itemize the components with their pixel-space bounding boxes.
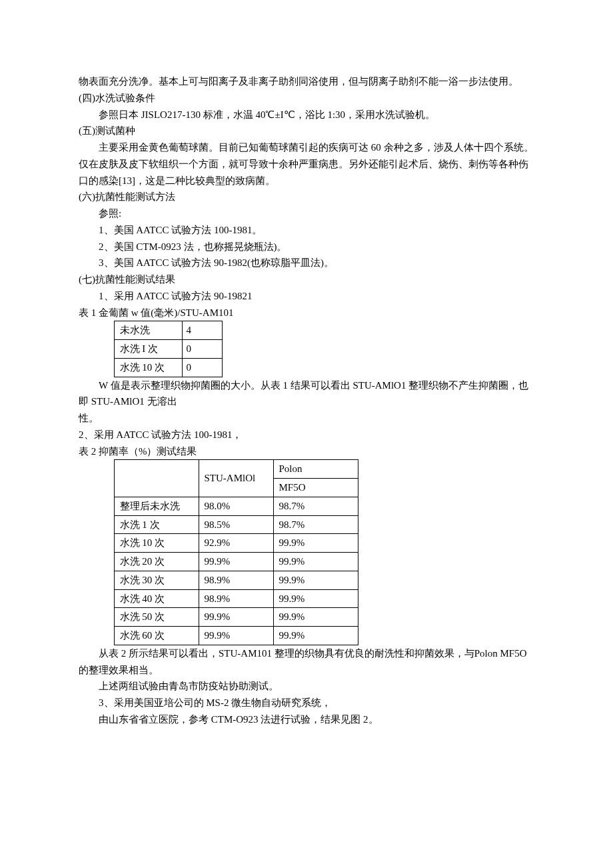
table-cell — [114, 460, 199, 497]
table-cell: Polon — [273, 460, 358, 479]
table-cell: 水洗 1 次 — [114, 515, 199, 534]
table-row: 水洗 1 次 98.5% 98.7% — [114, 515, 358, 534]
table-row: 水洗 60 次 99.9% 99.9% — [114, 627, 358, 645]
list-item: 1、美国 AATCC 试验方法 100-1981。 — [79, 222, 534, 239]
table-row: 水洗 10 次 0 — [114, 358, 222, 377]
table-row: 水洗 I 次 0 — [114, 340, 222, 359]
table-1-title: 表 1 金葡菌 w 值(毫米)/STU-AM101 — [79, 305, 534, 321]
body-text: 参照: — [79, 205, 534, 222]
table-2-title: 表 2 抑菌率（%）测试结果 — [79, 443, 534, 460]
table-cell: 整理后未水洗 — [114, 497, 199, 515]
body-text: 性。 — [79, 410, 534, 427]
table-row: 未水洗 4 — [114, 321, 222, 340]
table-cell: 未水洗 — [114, 321, 182, 340]
body-text: 2、采用 AATCC 试验方法 100-1981， — [79, 427, 534, 443]
section-heading-6: (六)抗菌性能测试方法 — [79, 189, 534, 205]
body-text: 物表面充分洗净。基本上可与阳离子及非离子助剂同浴使用，但与阴离子助剂不能一浴一步… — [79, 73, 534, 90]
table-cell: 99.9% — [273, 589, 358, 608]
table-cell: 水洗 10 次 — [114, 534, 199, 553]
table-row: 整理后未水洗 98.0% 98.7% — [114, 497, 358, 515]
table-cell: MF5O — [273, 479, 358, 497]
table-cell: 0 — [182, 358, 222, 377]
table-cell: 水洗 10 次 — [114, 358, 182, 377]
table-cell: 水洗 60 次 — [114, 627, 199, 645]
table-2: STU-AMlOl Polon MF5O 整理后未水洗 98.0% 98.7% … — [114, 459, 358, 645]
table-1: 未水洗 4 水洗 I 次 0 水洗 10 次 0 — [114, 321, 223, 377]
section-heading-5: (五)测试菌种 — [79, 123, 534, 139]
list-item: 3、美国 AATCC 试验方法 90-1982(也称琼脂平皿法)。 — [79, 255, 534, 271]
table-cell: 99.9% — [273, 534, 358, 553]
table-cell: 98.0% — [199, 497, 273, 515]
body-text: 从表 2 所示结果可以看出，STU-AM101 整理的织物具有优良的耐洗性和抑菌… — [79, 645, 534, 679]
table-cell: 水洗 50 次 — [114, 608, 199, 627]
body-text: 由山东省省立医院，参考 CTM-O923 法进行试验，结果见图 2。 — [79, 711, 534, 728]
table-cell: 99.9% — [273, 627, 358, 645]
body-text: 3、采用美国亚培公司的 MS-2 微生物自动研究系统， — [79, 695, 534, 711]
section-heading-4: (四)水洗试验条件 — [79, 90, 534, 107]
body-text: 主要采用金黄色葡萄球菌。目前已知葡萄球菌引起的疾病可达 60 余种之多，涉及人体… — [79, 139, 534, 189]
section-heading-7: (七)抗菌性能测试结果 — [79, 271, 534, 288]
table-cell: 水洗 I 次 — [114, 340, 182, 359]
body-text: 参照日本 JISLO217-130 标准，水温 40℃±I℃，浴比 1:30，采… — [79, 107, 534, 123]
table-cell: 99.9% — [273, 608, 358, 627]
table-cell: 98.9% — [199, 571, 273, 589]
table-row: STU-AMlOl Polon — [114, 460, 358, 479]
table-cell: 水洗 20 次 — [114, 553, 199, 571]
table-cell: 98.7% — [273, 515, 358, 534]
table-cell: 水洗 30 次 — [114, 571, 199, 589]
list-item: 2、美国 CTM-0923 法，也称摇晃烧瓶法)。 — [79, 239, 534, 255]
table-row: 水洗 30 次 98.9% 99.9% — [114, 571, 358, 589]
table-cell: STU-AMlOl — [199, 460, 273, 497]
table-cell: 0 — [182, 340, 222, 359]
table-cell: 99.9% — [199, 627, 273, 645]
table-cell: 98.7% — [273, 497, 358, 515]
table-cell: 98.5% — [199, 515, 273, 534]
table-row: 水洗 20 次 99.9% 99.9% — [114, 553, 358, 571]
body-text: 上述两组试验由青岛市防疫站协助测试。 — [79, 678, 534, 695]
table-cell: 99.9% — [199, 608, 273, 627]
table-cell: 4 — [182, 321, 222, 340]
table-cell: 99.9% — [273, 571, 358, 589]
table-cell: 水洗 40 次 — [114, 589, 199, 608]
table-row: 水洗 50 次 99.9% 99.9% — [114, 608, 358, 627]
table-cell: 99.9% — [273, 553, 358, 571]
table-cell: 92.9% — [199, 534, 273, 553]
table-row: 水洗 10 次 92.9% 99.9% — [114, 534, 358, 553]
table-row: 水洗 40 次 98.9% 99.9% — [114, 589, 358, 608]
table-cell: 99.9% — [199, 553, 273, 571]
list-item: 1、采用 AATCC 试验方法 90-19821 — [79, 288, 534, 305]
body-text: W 值是表示整理织物抑菌圈的大小。从表 1 结果可以看出 STU-AMlO1 整… — [79, 377, 534, 411]
table-cell: 98.9% — [199, 589, 273, 608]
